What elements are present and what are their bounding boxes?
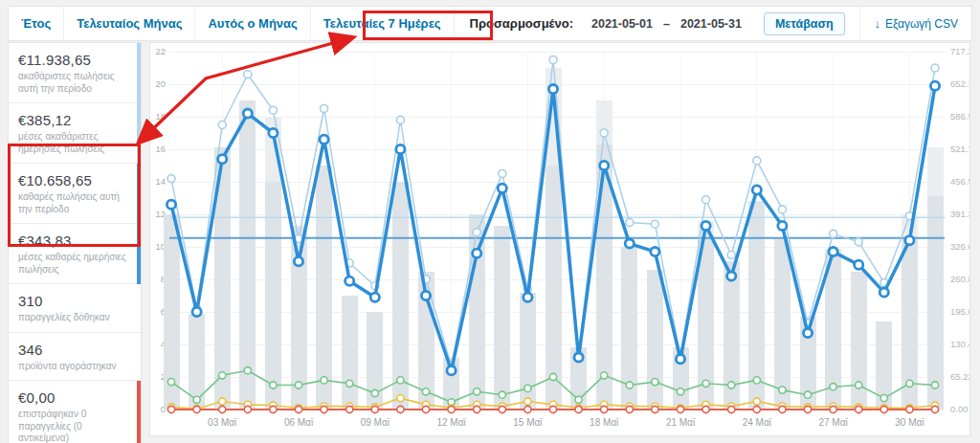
svg-text:18 Μαϊ: 18 Μαϊ — [590, 417, 619, 428]
range-tab-year[interactable]: Έτος — [9, 7, 64, 40]
stat-label: μέσες ακαθάριστες ημερήσιες πωλήσεις — [18, 131, 127, 155]
stat-value: 310 — [18, 292, 127, 310]
range-tab-last-7-days[interactable]: Τελευταίες 7 Ημέρες — [311, 7, 455, 40]
svg-text:260.87: 260.87 — [950, 274, 969, 284]
stat-label: καθαρές πωλήσεις αυτή την περίοδο — [18, 191, 127, 215]
report-range-toolbar: Έτος Τελευταίος Μήνας Αυτός ο Μήνας Τελε… — [8, 6, 972, 41]
svg-text:586.95: 586.95 — [950, 111, 969, 122]
stat-value: 346 — [18, 341, 127, 359]
date-to-input[interactable] — [672, 7, 750, 40]
stat-label: παραγγελίες δόθηκαν — [18, 312, 127, 324]
export-csv-link[interactable]: ↓ Εξαγωγή CSV — [859, 7, 971, 40]
svg-text:456.52: 456.52 — [950, 176, 969, 187]
stats-sidebar: €11.938,65ακαθάριστες πωλήσεις αυτή την … — [8, 42, 142, 443]
stat-value: €385,12 — [18, 111, 127, 129]
svg-text:130.43: 130.43 — [950, 339, 969, 349]
toolbar-spacer — [845, 7, 860, 40]
custom-range-label: Προσαρμοσμένο: — [455, 7, 583, 40]
svg-text:22: 22 — [155, 46, 166, 56]
svg-text:195.65: 195.65 — [950, 306, 969, 317]
svg-text:21 Μαϊ: 21 Μαϊ — [666, 417, 696, 428]
export-csv-label: Εξαγωγή CSV — [885, 17, 958, 31]
stat-value: €10.658,65 — [18, 171, 127, 189]
stat-color-stripe — [137, 381, 141, 443]
svg-text:326.08: 326.08 — [950, 241, 969, 252]
stat-value: €11.938,65 — [18, 51, 127, 69]
stat-label: επιστράφηκαν 0 παραγγελίες (0 αντικείμεν… — [18, 409, 127, 443]
svg-text:09 Μαϊ: 09 Μαϊ — [361, 417, 390, 428]
sales-chart-card: 02468101214161820220.0065.22130.43195.65… — [149, 42, 970, 436]
svg-text:12 Μαϊ: 12 Μαϊ — [436, 417, 466, 428]
sales-chart-svg[interactable]: 02468101214161820220.0065.22130.43195.65… — [150, 43, 969, 435]
svg-text:521.74: 521.74 — [950, 144, 969, 154]
stat-value: €343,83 — [18, 232, 127, 250]
svg-text:717.39: 717.39 — [950, 46, 969, 56]
svg-text:30 Μαϊ: 30 Μαϊ — [895, 417, 924, 428]
svg-text:24 Μαϊ: 24 Μαϊ — [743, 417, 772, 428]
stat-item[interactable]: €10.658,65καθαρές πωλήσεις αυτή την περί… — [9, 164, 141, 224]
svg-text:03 Μαϊ: 03 Μαϊ — [208, 417, 237, 428]
stat-item[interactable]: 346προϊόντα αγοράστηκαν — [9, 333, 141, 382]
svg-text:0.00: 0.00 — [950, 404, 969, 414]
stat-color-stripe — [137, 224, 141, 284]
go-button[interactable]: Μετάβαση — [764, 12, 845, 35]
stat-value: €0,00 — [18, 388, 127, 407]
svg-text:65.22: 65.22 — [950, 371, 969, 382]
svg-text:20: 20 — [155, 78, 166, 89]
stat-color-stripe — [137, 164, 141, 224]
range-tab-this-month[interactable]: Αυτός ο Μήνας — [195, 7, 310, 40]
svg-text:06 Μαϊ: 06 Μαϊ — [284, 417, 314, 428]
stat-color-stripe — [137, 43, 141, 103]
stat-item[interactable]: €385,12μέσες ακαθάριστες ημερήσιες πωλήσ… — [9, 103, 141, 164]
stat-item[interactable]: 310παραγγελίες δόθηκαν — [9, 284, 141, 333]
svg-text:14: 14 — [155, 176, 166, 187]
svg-text:18: 18 — [155, 111, 166, 122]
stat-label: ακαθάριστες πωλήσεις αυτή την περίοδο — [18, 71, 127, 95]
stat-item[interactable]: €343,83μέσες καθαρές ημερήσιες πωλήσεις — [9, 224, 141, 284]
download-icon: ↓ — [874, 16, 880, 31]
svg-text:391.30: 391.30 — [950, 209, 969, 219]
range-tab-last-month[interactable]: Τελευταίος Μήνας — [64, 7, 195, 40]
svg-text:15 Μαϊ: 15 Μαϊ — [513, 417, 543, 428]
svg-text:27 Μαϊ: 27 Μαϊ — [818, 417, 848, 428]
stat-color-stripe — [137, 103, 141, 164]
svg-text:16: 16 — [155, 144, 166, 154]
svg-text:652.17: 652.17 — [950, 78, 969, 89]
date-range-separator: – — [661, 17, 672, 31]
stat-item[interactable]: €0,00επιστράφηκαν 0 παραγγελίες (0 αντικ… — [9, 381, 141, 443]
date-from-input[interactable] — [583, 7, 661, 40]
stat-label: προϊόντα αγοράστηκαν — [18, 361, 127, 373]
stat-label: μέσες καθαρές ημερήσιες πωλήσεις — [18, 252, 127, 276]
stat-item[interactable]: €11.938,65ακαθάριστες πωλήσεις αυτή την … — [9, 43, 141, 103]
